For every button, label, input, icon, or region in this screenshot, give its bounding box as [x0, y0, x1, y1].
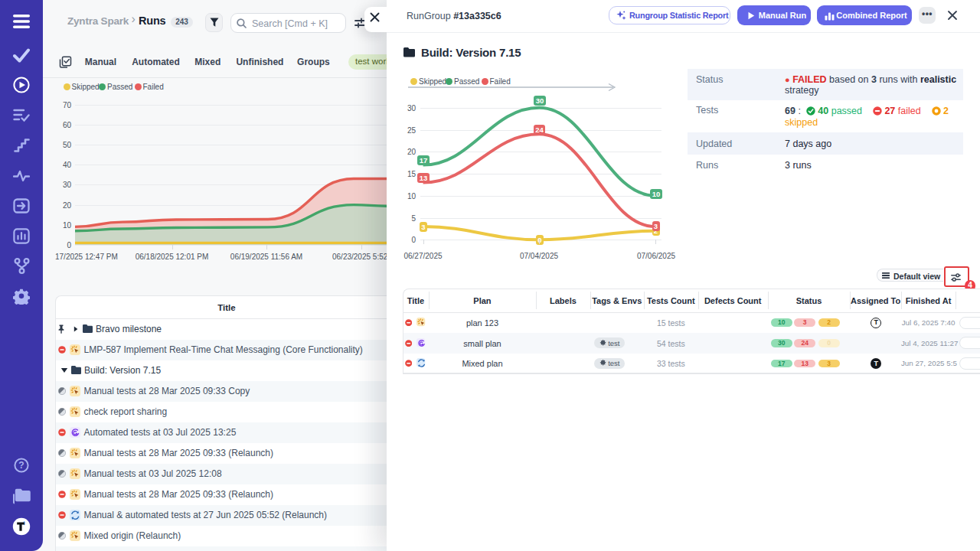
svg-text:?: ?	[18, 460, 24, 471]
